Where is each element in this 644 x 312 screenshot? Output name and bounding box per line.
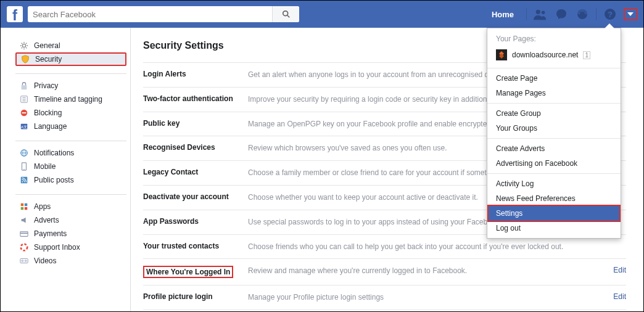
dropdown-divider [487,138,621,139]
sidebar-divider [15,141,126,141]
svg-rect-25 [25,203,27,206]
svg-rect-28 [20,232,28,237]
sidebar-item-blocking[interactable]: Blocking [15,106,126,120]
sidebar-item-label: Timeline and tagging [34,95,102,104]
search-input[interactable] [28,7,272,22]
dropdown-item-create-adverts[interactable]: Create Adverts [487,141,621,156]
setting-row[interactable]: Profile picture loginManage your Profile… [143,285,626,310]
sidebar-item-label: Videos [34,257,56,265]
dropdown-divider [487,173,621,174]
sidebar-item-privacy[interactable]: Privacy [15,79,126,92]
svg-point-0 [283,11,287,16]
svg-point-23 [22,181,23,183]
svg-text:A文: A文 [21,125,27,129]
chevron-down-icon [627,12,634,16]
ad-icon [19,215,29,225]
messages-icon[interactable] [554,7,569,22]
sidebar-item-label: Support Inbox [34,243,80,252]
setting-label: App Passwords [143,217,248,226]
setting-description: Review and manage where you're currently… [248,266,607,276]
friend-requests-icon[interactable] [533,7,548,22]
svg-point-30 [21,244,28,251]
sidebar-divider [15,194,126,195]
sidebar-item-notifications[interactable]: Notifications [15,146,126,160]
sidebar-item-label: Public posts [34,176,74,184]
home-link[interactable]: Home [485,10,520,19]
search-box [28,6,299,22]
dropdown-item-news-feed-preferences[interactable]: News Feed Preferences [487,191,621,206]
topbar-right: Home ? [485,7,637,22]
dropdown-item-your-groups[interactable]: Your Groups [487,121,621,136]
svg-rect-26 [21,207,23,210]
dropdown-header: Your Pages: [487,32,621,47]
sidebar-item-mobile[interactable]: Mobile [15,160,126,173]
svg-point-3 [542,11,545,15]
dropdown-item-advertising-on-facebook[interactable]: Advertising on Facebook [487,156,621,171]
svg-rect-24 [21,203,23,206]
sidebar-item-support-inbox[interactable]: Support Inbox [15,240,126,254]
top-navigation-bar: f Home ? [1,1,643,28]
sidebar-item-videos[interactable]: Videos [15,254,126,268]
page-icon [496,49,507,60]
account-menu-button[interactable] [624,8,637,20]
setting-label: Your trusted contacts [143,242,248,250]
lang-icon: A文 [19,121,29,131]
edit-link[interactable]: Edit [607,292,626,301]
setting-label: Two-factor authentication [143,94,248,103]
sidebar-item-language[interactable]: A文Language [15,120,126,133]
facebook-logo[interactable]: f [7,6,23,22]
sidebar-item-payments[interactable]: Payments [15,227,126,240]
edit-link[interactable]: Edit [607,266,626,274]
separator [596,8,597,20]
sidebar-item-label: Adverts [34,216,59,224]
settings-sidebar: GeneralSecurityPrivacyTimeline and taggi… [1,28,130,311]
sidebar-item-general[interactable]: General [15,39,126,52]
setting-label: Legacy Contact [143,168,248,176]
sidebar-item-public-posts[interactable]: Public posts [15,173,126,187]
svg-point-33 [25,260,27,262]
setting-label: Where You're Logged In [143,266,248,278]
separator [526,8,527,20]
sidebar-divider [15,73,126,74]
setting-description: Manage your Profile picture login settin… [248,292,607,303]
svg-text:?: ? [608,10,613,19]
sidebar-item-label: General [34,41,60,50]
sidebar-item-security[interactable]: Security [15,52,126,66]
globe-icon [19,148,29,158]
dropdown-item-create-page[interactable]: Create Page [487,71,621,86]
support-icon [19,242,29,252]
sidebar-item-label: Payments [34,229,67,238]
dropdown-item-activity-log[interactable]: Activity Log [487,176,621,191]
card-icon [19,229,29,239]
dropdown-item-log-out[interactable]: Log out [487,221,621,236]
dropdown-page-item[interactable]: downloadsource.net 1 [487,47,621,65]
help-icon[interactable]: ? [603,7,617,22]
setting-label: Login Alerts [143,70,248,78]
block-icon [19,108,29,118]
dropdown-item-create-group[interactable]: Create Group [487,106,621,121]
sidebar-item-label: Privacy [34,81,58,90]
sidebar-item-label: Blocking [34,109,62,117]
svg-point-2 [536,10,540,14]
lock-icon [19,81,29,91]
page-badge: 1 [583,51,590,59]
svg-rect-29 [20,232,28,234]
dropdown-item-manage-pages[interactable]: Manage Pages [487,86,621,101]
dropdown-item-settings[interactable]: Settings [487,205,621,222]
setting-row[interactable]: Where You're Logged InReview and manage … [143,258,626,285]
notifications-icon[interactable] [575,7,590,22]
sidebar-item-timeline-and-tagging[interactable]: Timeline and tagging [15,92,126,106]
apps-icon [19,202,29,211]
svg-point-4 [577,9,587,19]
svg-point-21 [23,169,24,170]
svg-line-1 [287,15,289,18]
mobile-icon [19,162,29,171]
search-button[interactable] [272,6,299,22]
setting-label: Public key [143,119,248,128]
page-name: downloadsource.net [512,51,578,59]
sidebar-item-adverts[interactable]: Adverts [15,213,126,227]
dropdown-divider [487,68,621,68]
timeline-icon [19,94,29,104]
sidebar-item-apps[interactable]: Apps [15,200,126,213]
sidebar-item-label: Apps [34,202,51,211]
